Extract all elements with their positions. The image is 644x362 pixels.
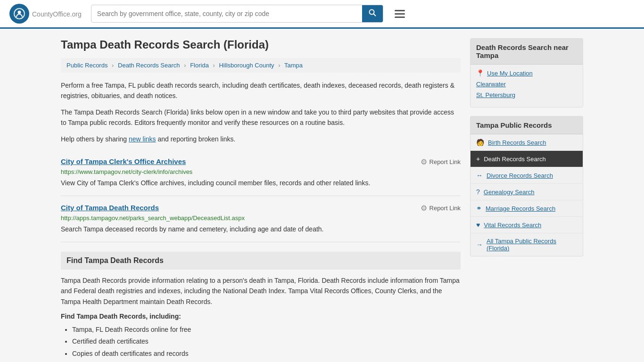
sidebar: Death Records Search near Tampa 📍 Use My… (470, 38, 583, 360)
bullet-1: Tampa, FL Death Records online for free (72, 324, 461, 336)
clearwater-link[interactable]: Clearwater (476, 81, 506, 88)
report-link-1[interactable]: ⚙ Report Link (421, 157, 461, 166)
record-url-2[interactable]: http://apps.tampagov.net/parks_search_we… (61, 214, 461, 222)
find-section-heading: Find Tampa Death Records (61, 252, 461, 270)
new-links-link[interactable]: new links (129, 135, 156, 143)
breadcrumb-hillsborough[interactable]: Hillsborough County (219, 62, 274, 69)
record-title-2[interactable]: City of Tampa Death Records (61, 204, 159, 212)
use-location-item[interactable]: 📍 Use My Location (476, 69, 577, 77)
menu-button[interactable] (393, 8, 407, 20)
report-icon-1: ⚙ (421, 157, 427, 166)
search-button[interactable] (362, 5, 383, 22)
bullet-3: Copies of death certificates and records (72, 348, 461, 360)
find-section-subheading: Find Tampa Death Records, including: (61, 313, 461, 320)
genealogy-icon: ? (476, 188, 480, 196)
find-section-bullets: Tampa, FL Death Records online for free … (72, 324, 461, 360)
report-icon-2: ⚙ (421, 204, 427, 213)
breadcrumb-florida[interactable]: Florida (190, 62, 209, 69)
breadcrumb-public-records[interactable]: Public Records (66, 62, 107, 69)
desc-para-1: Perform a free Tampa, FL public death re… (61, 80, 461, 101)
nav-divorce-records[interactable]: ↔ Divorce Records Search (471, 167, 583, 184)
vital-records-icon: ♥ (476, 221, 480, 229)
nearby-box-content: 📍 Use My Location Clearwater St. Petersb… (471, 65, 583, 107)
nearby-box-title: Death Records Search near Tampa (471, 39, 583, 65)
nav-marriage-records[interactable]: ⚭ Marriage Records Search (471, 200, 583, 217)
page-title: Tampa Death Records Search (Florida) (61, 38, 461, 51)
public-records-box: Tampa Public Records 🧑 Birth Records Sea… (470, 116, 583, 256)
record-card-2-header: City of Tampa Death Records ⚙ Report Lin… (61, 204, 461, 213)
svg-point-1 (18, 11, 21, 14)
logo-text: CountyOffice.org (32, 9, 82, 19)
nav-death-records[interactable]: + Death Records Search (471, 151, 583, 167)
find-section-para: Tampa Death Records provide information … (61, 275, 461, 307)
main-wrapper: Tampa Death Records Search (Florida) Pub… (53, 29, 591, 362)
header: CountyOffice.org (0, 0, 644, 29)
public-records-title: Tampa Public Records (471, 116, 583, 134)
bullet-2: Certified death certificates (72, 336, 461, 347)
desc-para-3: Help others by sharing new links and rep… (61, 134, 461, 144)
divorce-records-icon: ↔ (476, 172, 483, 179)
search-bar (91, 5, 383, 23)
nav-genealogy[interactable]: ? Genealogy Search (471, 184, 583, 200)
nav-birth-records[interactable]: 🧑 Birth Records Search (471, 134, 583, 151)
breadcrumb-sep-4: › (278, 62, 280, 69)
record-url-1[interactable]: https://www.tampagov.net/city-clerk/info… (61, 168, 461, 175)
all-records-icon: → (476, 241, 483, 248)
search-input[interactable] (91, 6, 362, 21)
nav-vital-records[interactable]: ♥ Vital Records Search (471, 217, 583, 233)
nearby-box: Death Records Search near Tampa 📍 Use My… (470, 38, 583, 107)
content-area: Tampa Death Records Search (Florida) Pub… (61, 38, 461, 360)
breadcrumb-sep-3: › (213, 62, 215, 69)
marriage-records-icon: ⚭ (476, 205, 482, 212)
breadcrumb-tampa[interactable]: Tampa (284, 62, 303, 69)
nearby-clearwater[interactable]: Clearwater (476, 81, 577, 88)
breadcrumb-sep-1: › (112, 62, 114, 69)
record-card-2: City of Tampa Death Records ⚙ Report Lin… (61, 196, 461, 242)
location-pin-icon: 📍 (476, 69, 484, 77)
record-card-1-header: City of Tampa Clerk's Office Archives ⚙ … (61, 157, 461, 166)
logo-icon (9, 4, 29, 24)
record-desc-1: View City of Tampa Clerk's Office archiv… (61, 178, 461, 188)
logo[interactable]: CountyOffice.org (9, 4, 82, 24)
svg-line-4 (373, 14, 376, 16)
birth-records-icon: 🧑 (476, 139, 484, 146)
breadcrumb-sep-2: › (184, 62, 186, 69)
breadcrumb: Public Records › Death Records Search › … (61, 58, 461, 73)
st-petersburg-link[interactable]: St. Petersburg (476, 91, 515, 99)
use-location-link[interactable]: Use My Location (487, 70, 533, 77)
svg-point-3 (369, 10, 374, 15)
record-card-1: City of Tampa Clerk's Office Archives ⚙ … (61, 150, 461, 196)
breadcrumb-death-records-search[interactable]: Death Records Search (118, 62, 180, 69)
death-records-icon: + (476, 155, 480, 163)
desc-para-2: The Tampa Death Records Search (Florida)… (61, 107, 461, 128)
nearby-st-petersburg[interactable]: St. Petersburg (476, 91, 577, 99)
report-link-2[interactable]: ⚙ Report Link (421, 204, 461, 213)
nav-all-public-records[interactable]: → All Tampa Public Records (Florida) (471, 233, 583, 256)
record-desc-2: Search Tampa deceased records by name an… (61, 224, 461, 234)
record-title-1[interactable]: City of Tampa Clerk's Office Archives (61, 157, 186, 165)
